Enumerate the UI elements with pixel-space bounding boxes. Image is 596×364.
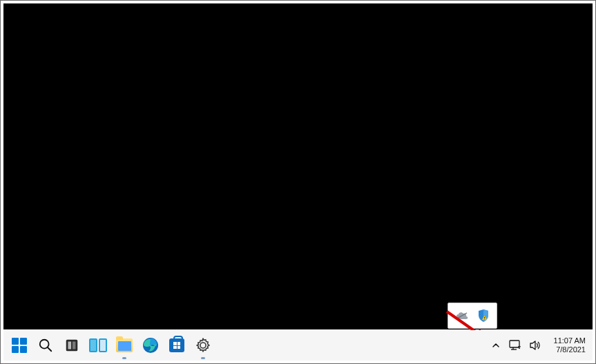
svg-line-6 [48, 347, 52, 352]
clock-time: 11:07 AM [554, 336, 586, 345]
clock-date: 7/8/2021 [554, 345, 586, 354]
chevron-up-icon [492, 341, 500, 349]
network-button[interactable] [508, 336, 522, 354]
edge-icon [142, 337, 159, 354]
system-tray: 11:07 AM 7/8/2021 [490, 330, 593, 361]
running-indicator [122, 357, 126, 359]
svg-rect-9 [73, 342, 76, 349]
svg-point-14 [519, 347, 520, 349]
taskbar-pinned-apps [3, 330, 212, 361]
store-button[interactable] [168, 336, 186, 354]
svg-rect-2 [484, 319, 485, 320]
show-hidden-icons-button[interactable] [490, 336, 501, 354]
volume-button[interactable] [529, 336, 543, 354]
svg-rect-1 [484, 317, 485, 318]
taskbar: 11:07 AM 7/8/2021 [3, 330, 593, 361]
gear-icon [195, 337, 211, 354]
store-icon [169, 338, 184, 352]
windows-security-icon[interactable] [476, 308, 491, 323]
task-view-button[interactable] [89, 336, 107, 354]
task-view-icon [89, 338, 107, 352]
screen: 11:07 AM 7/8/2021 [0, 0, 596, 364]
network-icon [508, 339, 522, 352]
system-tray-overflow-popup [448, 303, 497, 329]
running-indicator [201, 357, 205, 359]
search-button[interactable] [37, 336, 55, 354]
desktop-area[interactable] [3, 3, 593, 329]
folder-icon [116, 338, 133, 352]
svg-rect-8 [68, 342, 72, 349]
onedrive-icon[interactable] [454, 308, 470, 323]
clock-area[interactable]: 11:07 AM 7/8/2021 [550, 336, 586, 354]
svg-rect-7 [66, 340, 78, 352]
file-explorer-button[interactable] [115, 336, 133, 354]
copilot-icon [64, 338, 79, 353]
search-icon [38, 338, 53, 353]
settings-button[interactable] [194, 336, 212, 354]
edge-button[interactable] [142, 336, 160, 354]
windows-logo-icon [12, 338, 27, 353]
speaker-icon [529, 339, 543, 352]
copilot-button[interactable] [63, 336, 81, 354]
start-button[interactable] [10, 336, 28, 354]
